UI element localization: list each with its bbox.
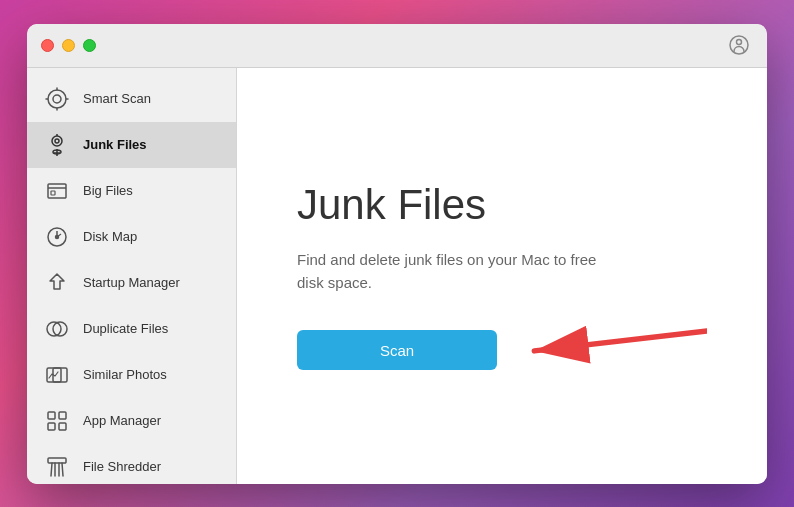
sidebar-label-similar-photos: Similar Photos — [83, 367, 167, 382]
sidebar-item-file-shredder[interactable]: File Shredder — [27, 444, 236, 484]
disk-map-icon — [43, 223, 71, 251]
svg-rect-28 — [59, 423, 66, 430]
maximize-button[interactable] — [83, 39, 96, 52]
sidebar-label-smart-scan: Smart Scan — [83, 91, 151, 106]
traffic-lights — [41, 39, 96, 52]
sidebar-item-junk-files[interactable]: Junk Files — [27, 122, 236, 168]
svg-line-30 — [51, 463, 52, 476]
svg-point-9 — [55, 139, 59, 143]
svg-rect-29 — [48, 458, 66, 463]
svg-line-35 — [534, 330, 707, 350]
svg-rect-16 — [51, 191, 55, 195]
sidebar-item-app-manager[interactable]: App Manager — [27, 398, 236, 444]
sidebar-label-disk-map: Disk Map — [83, 229, 137, 244]
svg-rect-27 — [48, 423, 55, 430]
sidebar-item-smart-scan[interactable]: Smart Scan — [27, 76, 236, 122]
sidebar-item-startup-manager[interactable]: Startup Manager — [27, 260, 236, 306]
sidebar-item-similar-photos[interactable]: Similar Photos — [27, 352, 236, 398]
close-button[interactable] — [41, 39, 54, 52]
svg-rect-26 — [59, 412, 66, 419]
arrow-indicator — [507, 310, 707, 374]
app-manager-icon — [43, 407, 71, 435]
junk-files-icon — [43, 131, 71, 159]
sidebar-label-startup-manager: Startup Manager — [83, 275, 180, 290]
sidebar-item-big-files[interactable]: Big Files — [27, 168, 236, 214]
sidebar-label-junk-files: Junk Files — [83, 137, 147, 152]
svg-rect-25 — [48, 412, 55, 419]
main-content: Junk Files Find and delete junk files on… — [237, 68, 767, 484]
sidebar-label-app-manager: App Manager — [83, 413, 161, 428]
sidebar: Smart Scan Junk Files — [27, 68, 237, 484]
arrow-svg — [507, 310, 707, 370]
menu-icon[interactable] — [725, 31, 753, 59]
svg-line-33 — [62, 463, 63, 476]
svg-point-8 — [52, 136, 62, 146]
sidebar-item-duplicate-files[interactable]: Duplicate Files — [27, 306, 236, 352]
sidebar-label-big-files: Big Files — [83, 183, 133, 198]
sidebar-label-file-shredder: File Shredder — [83, 459, 161, 474]
app-window: Smart Scan Junk Files — [27, 24, 767, 484]
svg-point-2 — [48, 90, 66, 108]
svg-point-1 — [737, 40, 742, 45]
minimize-button[interactable] — [62, 39, 75, 52]
page-title: Junk Files — [297, 181, 707, 229]
similar-photos-icon — [43, 361, 71, 389]
page-description: Find and delete junk files on your Mac t… — [297, 249, 597, 294]
scan-button[interactable]: Scan — [297, 330, 497, 370]
file-shredder-icon — [43, 453, 71, 481]
svg-point-3 — [53, 95, 61, 103]
startup-manager-icon — [43, 269, 71, 297]
sidebar-label-duplicate-files: Duplicate Files — [83, 321, 168, 336]
sidebar-item-disk-map[interactable]: Disk Map — [27, 214, 236, 260]
titlebar — [27, 24, 767, 68]
duplicate-files-icon — [43, 315, 71, 343]
smart-scan-icon — [43, 85, 71, 113]
content-area: Smart Scan Junk Files — [27, 68, 767, 484]
big-files-icon — [43, 177, 71, 205]
